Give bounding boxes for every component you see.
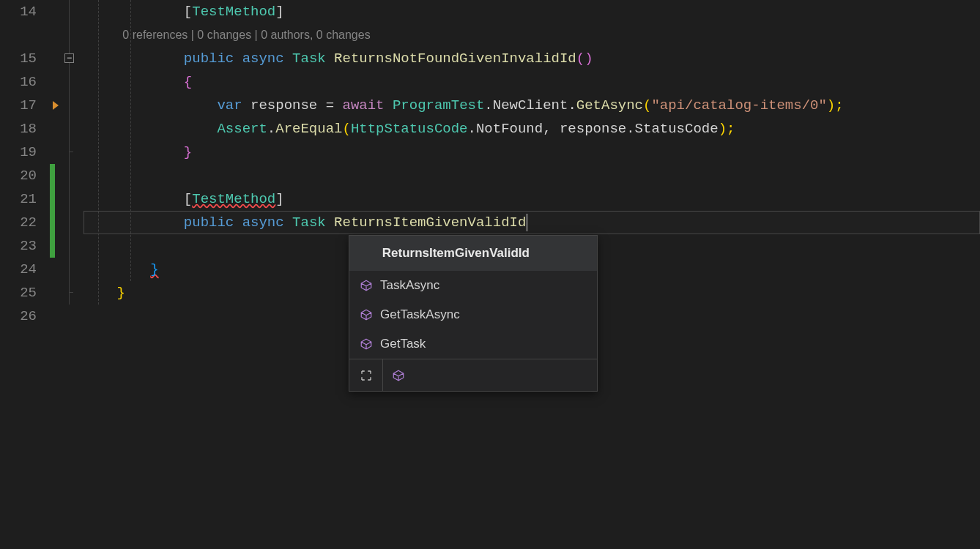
cube-icon <box>360 279 373 292</box>
line-number: 23 <box>0 234 37 258</box>
intellisense-filter-button[interactable] <box>383 359 597 391</box>
line-number: 14 <box>0 0 37 23</box>
code-line[interactable]: [TestMethod] <box>83 187 980 211</box>
line-number: 17 <box>0 94 37 117</box>
code-editor[interactable]: 14 15 16 17 18 19 20 21 22 23 24 25 26 <box>0 0 980 549</box>
folding-gutter[interactable] <box>63 0 83 549</box>
cube-icon <box>360 337 373 351</box>
line-number: 15 <box>0 47 37 70</box>
line-number-gutter: 14 15 16 17 18 19 20 21 22 23 24 25 26 <box>0 0 48 549</box>
code-line[interactable]: public async Task ReturnsItemGivenValidI… <box>83 211 980 234</box>
intellisense-popup[interactable]: ReturnsItemGivenValidId TaskAsync GetTas… <box>349 235 598 392</box>
intellisense-selected[interactable]: ReturnsItemGivenValidId <box>349 236 597 271</box>
code-line[interactable] <box>83 164 980 187</box>
debug-pointer-icon <box>48 94 63 117</box>
cube-icon <box>392 369 405 382</box>
code-line[interactable]: public async Task ReturnsNotFoundGivenIn… <box>83 47 980 70</box>
expand-icon <box>360 369 373 382</box>
line-number: 18 <box>0 117 37 141</box>
line-number: 20 <box>0 164 37 187</box>
fold-toggle-icon[interactable] <box>64 53 74 63</box>
line-number: 26 <box>0 305 37 328</box>
code-line[interactable]: Assert.AreEqual(HttpStatusCode.NotFound,… <box>83 117 980 141</box>
line-number: 21 <box>0 187 37 211</box>
line-number: 22 <box>0 211 37 234</box>
change-marker <box>50 164 55 258</box>
intellisense-item[interactable]: TaskAsync <box>349 271 597 300</box>
intellisense-item[interactable]: GetTask <box>349 329 597 359</box>
codelens[interactable]: 0 references | 0 changes | 0 authors, 0 … <box>83 23 980 47</box>
intellisense-item[interactable]: GetTaskAsync <box>349 300 597 329</box>
marker-gutter[interactable] <box>48 0 63 549</box>
code-line[interactable]: var response = await ProgramTest.NewClie… <box>83 94 980 117</box>
line-number: 25 <box>0 281 37 305</box>
line-number: 19 <box>0 141 37 164</box>
text-caret <box>527 214 527 231</box>
intellisense-expand-button[interactable] <box>349 359 383 391</box>
code-area[interactable]: [TestMethod] 0 references | 0 changes | … <box>83 0 980 549</box>
cube-icon <box>360 308 373 321</box>
line-number: 24 <box>0 258 37 281</box>
code-line[interactable]: } <box>83 141 980 164</box>
line-number: 16 <box>0 70 37 94</box>
code-line[interactable]: [TestMethod] <box>83 0 980 23</box>
code-line[interactable]: { <box>83 70 980 94</box>
